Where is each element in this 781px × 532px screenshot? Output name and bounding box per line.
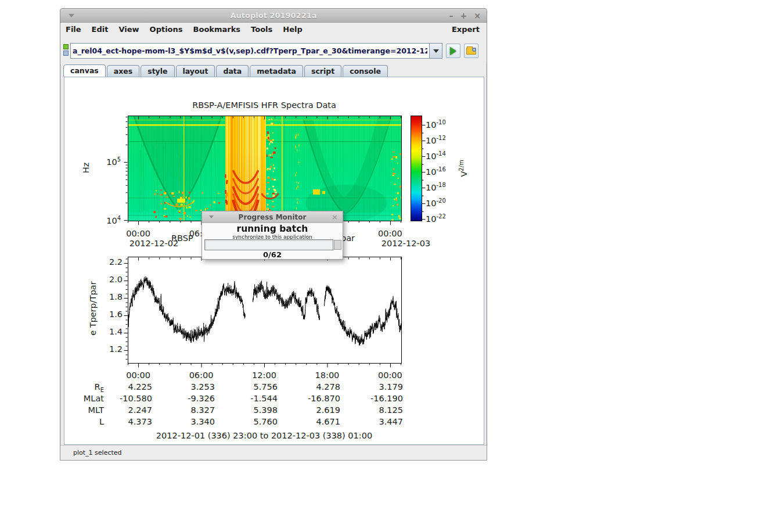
uri-dropdown-button[interactable] [429,43,442,59]
plot2-y-axis-label: e Tperp/Tpar [88,278,98,339]
go-plot-button[interactable] [446,44,460,58]
tab-console[interactable]: console [343,65,388,77]
ephemeris-value: 3.340 [157,417,215,426]
colorbar-axis-label: V2/m [458,136,469,200]
plot2-ytick-label: 1.2 [96,344,123,354]
colorbar-tick-label: 10-16 [426,166,446,177]
ephemeris-value: 3.253 [157,382,215,391]
ephemeris-value: 4.373 [94,417,152,426]
ephemeris-value: 4.671 [282,417,340,426]
menu-help[interactable]: Help [278,23,307,36]
inspect-uri-button[interactable] [464,44,478,58]
address-toolbar [60,36,487,64]
menu-view[interactable]: View [113,23,144,36]
colorbar-tick-label: 10-12 [426,135,446,145]
menu-bookmarks[interactable]: Bookmarks [188,23,246,36]
plot1-xdate-right: 2012-12-03 [381,239,430,248]
plot2-xtick-label: 00:00 [126,371,150,380]
expert-menu[interactable]: Expert [445,23,487,36]
tab-style[interactable]: style [141,65,174,77]
ephemeris-value: 4.278 [282,382,340,391]
uri-input[interactable] [70,43,429,59]
spectrogram-plot[interactable] [128,116,402,221]
folder-search-icon [466,48,476,55]
tab-axes[interactable]: axes [107,65,139,77]
ephemeris-value: -10.580 [94,394,152,403]
tab-script[interactable]: script [304,65,341,77]
dialog-title: Progress Monitor [202,213,343,221]
menu-file[interactable]: File [60,23,87,36]
tab-bar: canvasaxesstylelayoutdatametadatascriptc… [63,64,389,77]
plot2-ytick-label: 2.2 [96,257,123,267]
menu-bar: FileEditViewOptionsBookmarksToolsHelp Ex… [60,23,487,36]
colorbar-tick-label: 10-18 [426,182,446,192]
plot2-xtick-label: 18:00 [315,371,340,380]
colorbar-tick-label: 10-20 [426,197,446,208]
progress-bar [204,239,333,250]
ephemeris-value: 5.398 [219,405,278,415]
ephemeris-value: -1.544 [219,394,278,403]
dialog-titlebar[interactable]: Progress Monitor × [202,211,343,223]
tab-data[interactable]: data [216,65,249,77]
tab-canvas[interactable]: canvas [63,64,106,77]
menu-edit[interactable]: Edit [87,23,114,36]
window-titlebar[interactable]: Autoplot 20190221a – + × [60,9,487,23]
ephemeris-value: 2.619 [282,405,340,415]
chevron-down-icon [433,49,439,53]
plot2-xtick-label: 12:00 [252,371,276,380]
ephemeris-value: 8.327 [157,405,215,415]
plot2-title-fragment-left: RBSP [171,233,193,243]
colorbar-tick-label: 10-14 [426,150,446,161]
progress-task-label: running batch [202,224,343,234]
plot2-ytick-label: 2.0 [96,275,123,284]
dialog-close-icon[interactable]: × [332,211,338,223]
status-bar: plot_1 selected [60,445,487,460]
colorbar-tick-label: 10-22 [426,213,446,224]
plot-canvas-panel: RBSP-A/EMFISIS HFR Spectra DataHz1051041… [64,77,484,445]
colorbar[interactable] [411,116,422,221]
ephemeris-value: 2.247 [94,405,152,415]
plot2-ytick-label: 1.6 [96,310,123,319]
plot1-xtick-label: 00:00 [378,229,402,238]
progress-count: 0/62 [202,250,343,259]
plot2-ytick-label: 1.4 [96,327,123,336]
timeseries-plot[interactable] [128,257,402,364]
progress-monitor-dialog: Progress Monitor × running batch synchro… [201,211,343,260]
datasource-type-icon[interactable] [63,44,70,57]
ephemeris-value: -16.870 [282,394,340,403]
blue-square-icon [63,51,69,56]
minimize-button[interactable]: – [449,9,454,23]
tab-layout[interactable]: layout [176,65,215,77]
time-range-label: 2012-12-01 (336) 23:00 to 2012-12-03 (33… [156,431,372,440]
menu-options[interactable]: Options [145,23,188,36]
ephemeris-value: -16.190 [345,394,403,403]
menu-tools[interactable]: Tools [246,23,278,36]
ephemeris-value: 4.225 [94,382,152,391]
plot1-ytick-1e4: 104 [88,215,121,225]
plot1-ytick-1e5: 105 [88,156,121,167]
maximize-button[interactable]: + [460,9,467,23]
ephemeris-value: 5.760 [219,417,278,426]
colorbar-tick-label: 10-10 [426,119,446,130]
play-icon [450,47,456,55]
window-title: Autoplot 20190221a [60,11,487,20]
status-text: plot_1 selected [73,449,122,456]
plot2-ytick-label: 1.8 [96,292,123,301]
ephemeris-value: -9.326 [157,394,215,403]
plot1-xtick-label: 00:00 [126,229,150,238]
ephemeris-value: 3.447 [345,417,403,426]
ephemeris-value: 5.756 [219,382,278,391]
plot2-xtick-label: 00:00 [378,371,402,380]
ephemeris-value: 3.179 [345,382,403,391]
plot1-title: RBSP-A/EMFISIS HFR Spectra Data [192,100,336,110]
progress-cancel-button[interactable] [334,240,341,250]
plot2-xtick-label: 06:00 [189,371,214,380]
ephemeris-value: 8.125 [345,405,403,415]
green-square-icon [63,44,69,49]
close-button[interactable]: × [474,9,481,23]
tab-metadata[interactable]: metadata [250,65,303,77]
